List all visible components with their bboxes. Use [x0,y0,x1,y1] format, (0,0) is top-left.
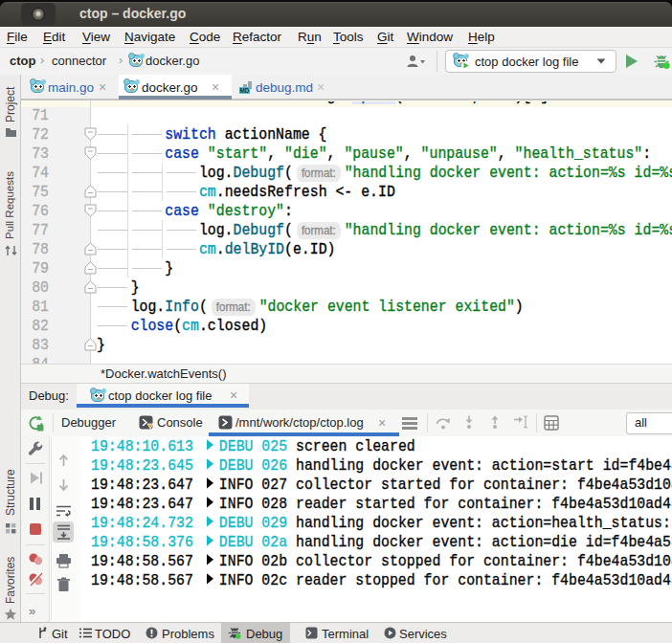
svg-text:MD: MD [240,87,250,94]
